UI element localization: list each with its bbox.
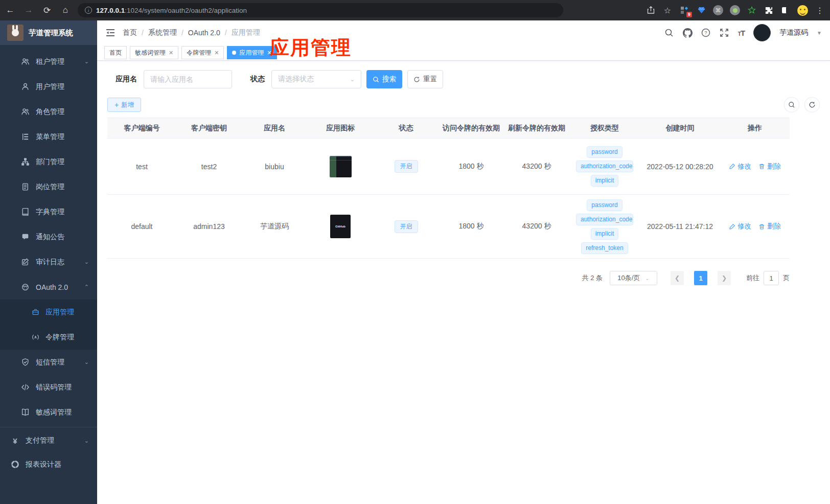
status-badge[interactable]: 开启 <box>395 160 418 173</box>
app-icon-github[interactable]: GitHub <box>330 215 351 238</box>
sidebar-item-label: OAuth 2.0 <box>36 283 68 291</box>
col-secret: 客户端密钥 <box>176 118 242 139</box>
extension-command-icon[interactable]: ⌘ <box>713 5 723 15</box>
edit-pen-icon <box>729 163 735 170</box>
browser-forward-icon[interactable]: → <box>24 5 34 15</box>
tab-sensitive-words[interactable]: 敏感词管理✕ <box>130 46 178 59</box>
prev-page-button[interactable]: ❮ <box>671 271 684 285</box>
sidebar-item-dict[interactable]: 字典管理 <box>0 199 97 224</box>
table-row: default admin123 芋道源码 GitHub 开启 1800 秒 4… <box>107 195 790 259</box>
tab-application[interactable]: 应用管理✕ <box>227 46 276 59</box>
col-app-icon: 应用图标 <box>307 118 374 139</box>
username[interactable]: 芋道源码 <box>779 28 808 37</box>
code-icon <box>21 383 30 392</box>
tab-home[interactable]: 首页 <box>104 46 127 59</box>
browser-address-bar[interactable]: i 127.0.0.1:1024/system/oauth2/oauth2/ap… <box>78 3 563 17</box>
sidebar-item-role[interactable]: 角色管理 <box>0 99 97 124</box>
extension-puzzle-icon[interactable] <box>764 5 774 15</box>
open-book-icon <box>21 408 30 417</box>
sidebar-item-post[interactable]: 岗位管理 <box>0 174 97 199</box>
breadcrumb-system[interactable]: 系统管理 <box>148 28 177 37</box>
oauth-robot-icon <box>21 283 30 291</box>
app-icon-thumbnail[interactable] <box>330 156 352 177</box>
current-page-button[interactable]: 1 <box>694 271 707 285</box>
chevron-down-icon: ⌄ <box>350 76 355 83</box>
col-status: 状态 <box>374 118 439 139</box>
trash-icon <box>758 223 765 230</box>
sidebar: 芋道管理系统 租户管理 ⌄ 用户管理 角色管理 菜单管理 部门管理 <box>0 20 97 504</box>
sidebar-item-tenant[interactable]: 租户管理 ⌄ <box>0 49 97 74</box>
next-page-button[interactable]: ❯ <box>718 271 731 285</box>
app-name-input[interactable] <box>144 70 232 88</box>
status-badge[interactable]: 开启 <box>395 220 418 233</box>
github-icon[interactable] <box>683 28 693 38</box>
user-avatar[interactable] <box>753 24 771 41</box>
browser-back-icon[interactable]: ← <box>5 5 15 15</box>
fullscreen-icon[interactable] <box>720 28 729 38</box>
extension-sidepanel-icon[interactable] <box>780 5 791 15</box>
audit-log-icon <box>21 258 30 266</box>
user-menu-caret-icon[interactable]: ▼ <box>817 30 822 36</box>
sidebar-item-errorcode[interactable]: 错误码管理 <box>0 375 97 400</box>
url-host: 127.0.0.1 <box>96 7 125 14</box>
sidebar-item-oauth-token[interactable]: 令牌管理 <box>0 325 97 350</box>
reset-button[interactable]: 重置 <box>407 70 443 88</box>
breadcrumb-oauth[interactable]: OAuth 2.0 <box>188 29 220 37</box>
sidebar-item-sensitive-words[interactable]: 敏感词管理 <box>0 400 97 425</box>
sidebar-item-oauth-application[interactable]: 应用管理 <box>0 300 97 325</box>
toggle-search-button[interactable] <box>784 97 799 112</box>
share-icon[interactable] <box>645 5 656 15</box>
font-size-icon[interactable]: TT <box>738 29 745 37</box>
search-icon[interactable] <box>664 28 674 38</box>
edit-button[interactable]: 修改 <box>729 222 751 231</box>
close-icon[interactable]: ✕ <box>169 50 173 56</box>
page-size-select[interactable]: 10条/页 ⌄ <box>610 271 657 285</box>
sidebar-item-dept[interactable]: 部门管理 <box>0 149 97 174</box>
sidebar-item-pay[interactable]: ¥ 支付管理 ⌄ <box>0 427 97 452</box>
search-button[interactable]: 搜索 <box>366 70 402 88</box>
trash-icon <box>758 163 765 170</box>
sidebar-item-notice[interactable]: 通知公告 <box>0 224 97 249</box>
grant-tag: authorization_code <box>576 214 633 225</box>
browser-home-icon[interactable]: ⌂ <box>60 5 71 15</box>
site-info-icon[interactable]: i <box>85 7 92 14</box>
shield-check-icon <box>21 358 30 366</box>
tags-view-bar: 首页 敏感词管理✕ 令牌管理✕ 应用管理✕ <box>97 45 830 61</box>
add-button[interactable]: + 新增 <box>107 98 141 112</box>
sidebar-collapse-icon[interactable] <box>105 28 116 38</box>
extension-record-icon[interactable] <box>730 5 740 15</box>
bookmark-star-icon[interactable]: ☆ <box>662 5 673 15</box>
sidebar-item-sms[interactable]: 短信管理 ⌄ <box>0 350 97 375</box>
sidebar-item-report-designer[interactable]: 报表设计器 <box>0 452 97 477</box>
extension-star-icon[interactable] <box>747 5 757 15</box>
filter-form: 应用名 状态 请选择状态 ⌄ 搜索 重置 <box>116 70 820 88</box>
close-icon[interactable]: ✕ <box>267 50 271 56</box>
extension-gem-icon[interactable] <box>696 5 706 15</box>
close-icon[interactable]: ✕ <box>214 50 219 56</box>
browser-profile-avatar[interactable] <box>797 5 808 16</box>
browser-reload-icon[interactable]: ⟳ <box>42 5 52 15</box>
cell-app-name: biubiu <box>242 139 307 195</box>
sidebar-item-user[interactable]: 用户管理 <box>0 74 97 99</box>
app-logo-area[interactable]: 芋道管理系统 <box>0 20 97 45</box>
help-icon[interactable]: ? <box>701 28 711 38</box>
sidebar-item-audit[interactable]: 审计日志 ⌄ <box>0 249 97 274</box>
breadcrumb-home[interactable]: 首页 <box>123 28 137 37</box>
goto-page-input[interactable] <box>764 271 779 285</box>
status-select[interactable]: 请选择状态 ⌄ <box>271 70 361 88</box>
sidebar-item-label: 角色管理 <box>36 107 64 117</box>
page-unit-label: 页 <box>783 273 790 283</box>
delete-button[interactable]: 删除 <box>758 162 781 171</box>
edit-pen-icon <box>729 223 735 230</box>
browser-menu-icon[interactable]: ⋮ <box>815 5 825 15</box>
delete-button[interactable]: 删除 <box>758 222 781 231</box>
refresh-table-button[interactable] <box>804 97 820 112</box>
tab-token[interactable]: 令牌管理✕ <box>181 46 224 59</box>
col-grant-types: 授权类型 <box>569 118 640 139</box>
sidebar-item-oauth[interactable]: OAuth 2.0 ⌃ <box>0 274 97 300</box>
report-wheel-icon <box>11 460 19 469</box>
edit-button[interactable]: 修改 <box>729 162 751 171</box>
extension-grid-icon[interactable]: 9 <box>679 5 689 15</box>
sidebar-item-menu[interactable]: 菜单管理 <box>0 124 97 149</box>
goto-label: 前往 <box>746 273 759 283</box>
